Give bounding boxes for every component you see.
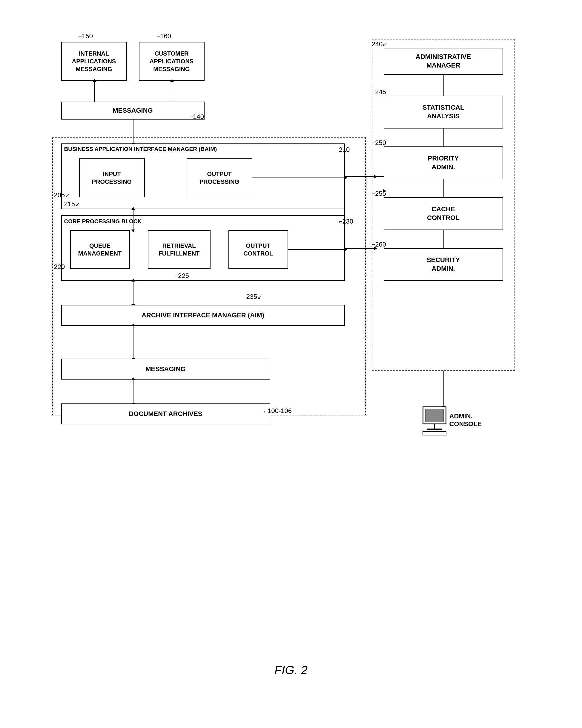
ref-205: 205↙ bbox=[54, 191, 70, 199]
core-processing-label: CORE PROCESSING BLOCK bbox=[64, 218, 142, 225]
v-connector-right bbox=[344, 178, 345, 249]
connector-to-admin-v bbox=[366, 176, 366, 191]
ref-100: ⌐100-106 bbox=[264, 407, 292, 415]
internal-applications-box: INTERNALAPPLICATIONSMESSAGING bbox=[61, 42, 127, 81]
monitor-base bbox=[427, 428, 442, 430]
bottom-messaging-box: MESSAGING bbox=[61, 359, 270, 380]
top-messaging-box: MESSAGING bbox=[61, 102, 204, 120]
input-processing-box: INPUTPROCESSING bbox=[79, 158, 145, 197]
arrow-to-admin bbox=[366, 191, 384, 191]
customer-applications-box: CUSTOMERAPPLICATIONSMESSAGING bbox=[139, 42, 204, 81]
output-processing-box: OUTPUTPROCESSING bbox=[187, 158, 252, 197]
ref-250: ⌐250 bbox=[372, 139, 386, 147]
priority-admin-box: PRIORITYADMIN. bbox=[384, 147, 503, 179]
connector-stat-priority bbox=[443, 129, 444, 147]
arrow-core-archive bbox=[133, 281, 134, 305]
statistical-analysis-box: STATISTICALANALYSIS bbox=[384, 96, 503, 129]
arrow-output-to-right bbox=[252, 178, 345, 178]
arrow-internal-to-messaging bbox=[94, 81, 95, 102]
security-admin-box: SECURITYADMIN. bbox=[384, 248, 503, 281]
figure-caption: FIG. 2 bbox=[274, 664, 308, 677]
arrow-core-right bbox=[345, 248, 375, 249]
admin-console-label: ADMIN.CONSOLE bbox=[449, 412, 482, 428]
doc-archives-box: DOCUMENT ARCHIVES bbox=[61, 404, 270, 424]
ref-140: ⌐140 bbox=[190, 113, 204, 121]
retrieval-fulfillment-box: RETRIEVALFULFILLMENT bbox=[148, 230, 211, 269]
connector-priority-cache bbox=[443, 179, 444, 197]
monitor bbox=[422, 407, 446, 424]
ref-260: ⌐260 bbox=[372, 240, 386, 248]
admin-manager-box: ADMINISTRATIVEMANAGER bbox=[384, 48, 503, 75]
ref-160: ⌐160 bbox=[157, 32, 171, 40]
output-control-box: OUTPUTCONTROL bbox=[228, 230, 288, 269]
ref-245: ⌐245 bbox=[372, 88, 386, 96]
ref-240: 240↙ bbox=[372, 40, 388, 48]
monitor-stand bbox=[434, 424, 435, 428]
arrow-admin-to-console bbox=[443, 370, 444, 407]
diagram: ⌐150 ⌐160 INTERNALAPPLICATIONSMESSAGING … bbox=[37, 24, 545, 651]
ref-215: 215↙ bbox=[64, 200, 80, 208]
cache-control-box: CACHECONTROL bbox=[384, 197, 503, 230]
monitor-screen bbox=[425, 409, 444, 422]
admin-console-icon bbox=[422, 407, 446, 436]
connector-cache-security bbox=[443, 230, 444, 248]
ref-220: 220 bbox=[54, 263, 65, 271]
connector-admin-stat bbox=[443, 75, 444, 96]
arrow-archive-to-messaging bbox=[133, 326, 134, 359]
arrow-customer-to-messaging bbox=[172, 81, 172, 102]
baim-label: BUSINESS APPLICATION INTERFACE MANAGER (… bbox=[64, 146, 217, 152]
keyboard bbox=[422, 431, 446, 436]
ref-225: ⌐225 bbox=[175, 272, 189, 280]
arrow-core-output-right bbox=[288, 249, 345, 250]
arrow-baim-core bbox=[133, 209, 134, 230]
archive-interface-box: ARCHIVE INTERFACE MANAGER (AIM) bbox=[61, 305, 345, 326]
arrow-messaging-to-archives bbox=[133, 380, 134, 404]
ref-235: 235↙ bbox=[246, 293, 262, 301]
queue-management-box: QUEUEMANAGEMENT bbox=[70, 230, 130, 269]
ref-210: 210 bbox=[339, 146, 350, 154]
ref-230: ⌐230 bbox=[339, 217, 353, 225]
ref-150: ⌐150 bbox=[79, 32, 93, 40]
arrow-system-to-admin bbox=[366, 176, 384, 177]
